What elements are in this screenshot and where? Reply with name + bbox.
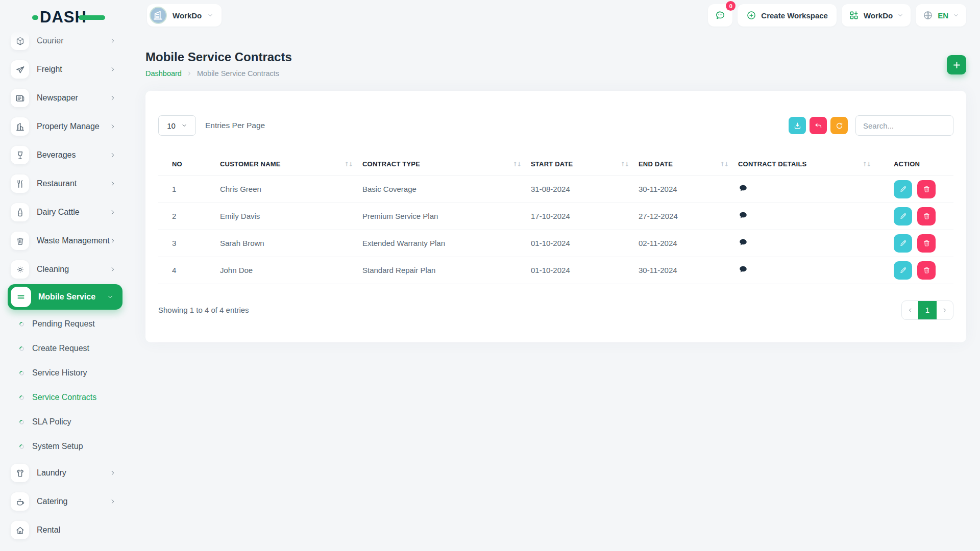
cell-contract-type: Premium Service Plan bbox=[362, 203, 531, 230]
grid-plus-icon bbox=[849, 10, 859, 20]
breadcrumb-dashboard-link[interactable]: Dashboard bbox=[145, 69, 182, 78]
search-input[interactable] bbox=[855, 115, 953, 136]
sidebar-item-label: Newspaper bbox=[37, 93, 78, 103]
sidebar-icon-box bbox=[11, 203, 29, 221]
language-code: EN bbox=[938, 11, 948, 20]
pagination-next-button[interactable] bbox=[937, 301, 953, 319]
sidebar-subitem-pending-request[interactable]: Pending Request bbox=[0, 312, 131, 336]
sidebar-item-restaurant[interactable]: Restaurant bbox=[0, 169, 131, 198]
row-actions bbox=[894, 261, 953, 280]
breadcrumb-separator-icon bbox=[186, 70, 192, 77]
freight-icon bbox=[15, 65, 25, 74]
laundry-icon bbox=[15, 468, 25, 478]
app-logo[interactable]: DASH bbox=[32, 8, 105, 27]
cell-end-date: 30-11-2024 bbox=[639, 176, 738, 203]
download-button[interactable] bbox=[789, 117, 806, 134]
toolbar-actions bbox=[789, 117, 848, 134]
sidebar-item-freight[interactable]: Freight bbox=[0, 55, 131, 84]
cleaning-icon bbox=[15, 265, 25, 274]
column-header-contract-details[interactable]: CONTRACT DETAILS↑↓ bbox=[738, 153, 880, 176]
table-row: 2Emily DavisPremium Service Plan17-10-20… bbox=[158, 203, 953, 230]
edit-icon bbox=[899, 185, 908, 193]
sidebar-subitem-create-request[interactable]: Create Request bbox=[0, 336, 131, 361]
sidebar-item-property-manage[interactable]: Property Manage bbox=[0, 112, 131, 141]
chevron-right-icon bbox=[109, 209, 116, 216]
sidebar-subitem-label: Service Contracts bbox=[32, 393, 96, 402]
language-selector[interactable]: EN bbox=[916, 4, 966, 27]
sidebar-subitem-service-contracts[interactable]: Service Contracts bbox=[0, 385, 131, 410]
plus-circle-icon bbox=[746, 10, 756, 20]
cell-end-date: 30-11-2024 bbox=[639, 257, 738, 284]
edit-button[interactable] bbox=[894, 234, 912, 253]
sidebar-icon-box bbox=[11, 32, 29, 50]
sidebar-item-newspaper[interactable]: Newspaper bbox=[0, 84, 131, 112]
edit-button[interactable] bbox=[894, 180, 912, 198]
sidebar-item-mobile-service[interactable]: Mobile Service bbox=[8, 284, 122, 310]
contract-details-chat-icon[interactable] bbox=[738, 265, 748, 274]
delete-button[interactable] bbox=[917, 207, 936, 226]
delete-button[interactable] bbox=[917, 261, 936, 280]
sidebar-item-courier[interactable]: Courier bbox=[0, 31, 131, 55]
restaurant-icon bbox=[15, 179, 25, 189]
table-header-row: NOCUSTOMER NAME↑↓CONTRACT TYPE↑↓START DA… bbox=[158, 153, 953, 176]
chevron-right-icon bbox=[109, 152, 116, 159]
refresh-button[interactable] bbox=[830, 117, 848, 134]
cell-action bbox=[880, 176, 953, 203]
edit-button[interactable] bbox=[894, 261, 912, 280]
column-header-contract-type[interactable]: CONTRACT TYPE↑↓ bbox=[362, 153, 531, 176]
create-workspace-label: Create Workspace bbox=[761, 11, 828, 20]
pagination-current-page[interactable]: 1 bbox=[918, 301, 937, 319]
table-row: 3Sarah BrownExtended Warranty Plan01-10-… bbox=[158, 230, 953, 257]
entries-summary: Showing 1 to 4 of 4 entries bbox=[158, 306, 249, 314]
create-workspace-button[interactable]: Create Workspace bbox=[738, 4, 837, 27]
sidebar-item-label: Restaurant bbox=[37, 179, 77, 188]
column-header-end-date[interactable]: END DATE↑↓ bbox=[639, 153, 738, 176]
dairy-cattle-icon bbox=[15, 208, 25, 217]
contract-details-chat-icon[interactable] bbox=[738, 238, 748, 247]
workspace-switcher[interactable]: WorkDo bbox=[147, 4, 222, 27]
contract-details-chat-icon[interactable] bbox=[738, 184, 748, 193]
sidebar-item-dairy-cattle[interactable]: Dairy Cattle bbox=[0, 198, 131, 227]
delete-button[interactable] bbox=[917, 180, 936, 198]
pagination-prev-button[interactable] bbox=[902, 301, 918, 319]
sub-bullet-icon bbox=[19, 419, 24, 425]
cell-customer-name: Sarah Brown bbox=[220, 230, 362, 257]
cell-contract-details bbox=[738, 230, 880, 257]
sidebar-subitem-system-setup[interactable]: System Setup bbox=[0, 434, 131, 459]
sort-icon: ↑↓ bbox=[620, 161, 628, 168]
sidebar-subitem-service-history[interactable]: Service History bbox=[0, 361, 131, 385]
sub-bullet-icon bbox=[19, 444, 24, 449]
sidebar-item-laundry[interactable]: Laundry bbox=[0, 459, 131, 487]
sidebar-item-catering[interactable]: Catering bbox=[0, 487, 131, 516]
add-contract-button[interactable] bbox=[947, 55, 966, 74]
sidebar-item-waste-management[interactable]: Waste Management bbox=[0, 227, 131, 255]
chevron-right-icon bbox=[109, 37, 116, 44]
chevron-right-icon bbox=[109, 180, 116, 187]
chevron-right-icon bbox=[942, 307, 948, 313]
sidebar-item-cleaning[interactable]: Cleaning bbox=[0, 255, 131, 284]
delete-button[interactable] bbox=[917, 234, 936, 253]
table-toolbar: 10 Entries Per Page bbox=[158, 115, 953, 136]
cell-customer-name: John Doe bbox=[220, 257, 362, 284]
edit-button[interactable] bbox=[894, 207, 912, 226]
sidebar-item-beverages[interactable]: Beverages bbox=[0, 141, 131, 169]
sidebar-subitem-label: Create Request bbox=[32, 344, 89, 353]
sidebar-subitem-sla-policy[interactable]: SLA Policy bbox=[0, 410, 131, 434]
workdo-menu-button[interactable]: WorkDo bbox=[842, 4, 911, 27]
sidebar-item-rental[interactable]: Rental bbox=[0, 516, 131, 544]
cell-action bbox=[880, 257, 953, 284]
messages-button[interactable]: 0 bbox=[708, 4, 732, 27]
delete-icon bbox=[922, 185, 931, 193]
undo-button[interactable] bbox=[810, 117, 827, 134]
entries-per-page-select[interactable]: 10 bbox=[158, 115, 196, 136]
column-header-start-date[interactable]: START DATE↑↓ bbox=[531, 153, 639, 176]
column-header-customer-name[interactable]: CUSTOMER NAME↑↓ bbox=[220, 153, 362, 176]
undo-icon bbox=[814, 121, 823, 130]
cell-no: 3 bbox=[158, 230, 220, 257]
sidebar-icon-box bbox=[11, 260, 29, 279]
sidebar-icon-box bbox=[11, 146, 29, 164]
contract-details-chat-icon[interactable] bbox=[738, 211, 748, 220]
cell-no: 1 bbox=[158, 176, 220, 203]
waste-management-icon bbox=[15, 236, 25, 246]
cell-customer-name: Emily Davis bbox=[220, 203, 362, 230]
